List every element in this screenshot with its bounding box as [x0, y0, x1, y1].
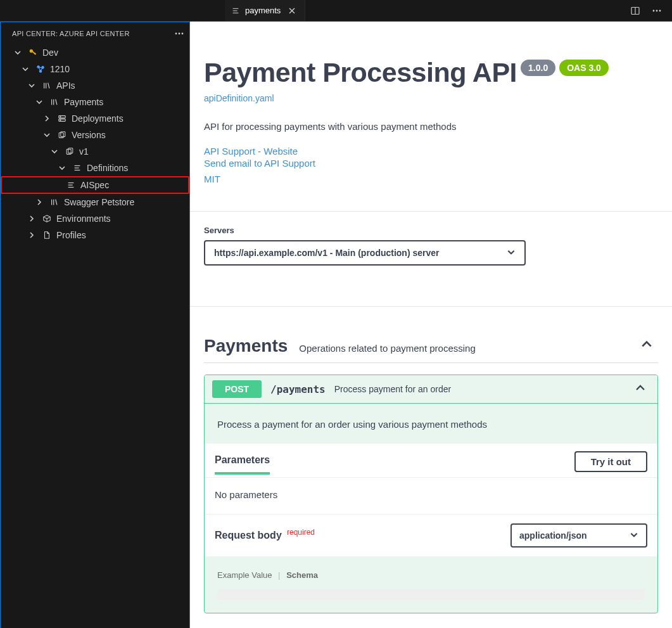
no-parameters-text: No parameters	[205, 477, 657, 514]
chevron-up-icon	[635, 382, 650, 397]
server-selected-value: https://api.example.com/v1 - Main (produ…	[214, 248, 440, 258]
tabbar-spacer	[0, 0, 225, 21]
server-icon	[56, 113, 68, 124]
svg-line-20	[41, 68, 42, 71]
http-method-badge: POST	[212, 380, 262, 398]
tabbar-actions	[625, 0, 672, 21]
svg-rect-34	[67, 150, 71, 155]
operation-summary-text: Process payment for an order	[334, 384, 451, 394]
versions-icon	[64, 146, 75, 157]
tree-label: Payments	[64, 94, 103, 110]
chevron-right-icon	[41, 113, 53, 124]
svg-point-30	[60, 117, 61, 117]
panel-header[interactable]: API CENTER: AZURE API CENTER	[1, 22, 189, 44]
info-links: API Support - Website Send email to API …	[204, 146, 658, 184]
list-icon	[65, 179, 77, 191]
parameters-bar: Parameters Try it out	[205, 444, 657, 477]
chevron-right-icon	[34, 196, 45, 208]
svg-line-24	[48, 83, 49, 89]
example-value-tab[interactable]: Example Value	[217, 570, 272, 580]
tree-label: Deployments	[72, 110, 124, 127]
chevron-down-icon	[49, 146, 60, 157]
svg-line-47	[47, 217, 50, 219]
operation-path: /payments	[270, 383, 326, 395]
svg-rect-33	[61, 132, 65, 137]
chevron-down-icon	[630, 530, 638, 541]
svg-rect-35	[68, 148, 73, 153]
tab-payments[interactable]: payments	[225, 0, 305, 21]
tag-description: Operations related to payment processing	[299, 343, 476, 354]
chevron-down-icon	[507, 248, 516, 259]
tree-item-dev[interactable]: Dev	[1, 44, 189, 61]
schema-tab[interactable]: Schema	[286, 570, 318, 580]
package-icon	[41, 213, 53, 224]
email-link[interactable]: Send email to API Support	[204, 158, 315, 169]
tree-label: AISpec	[80, 177, 109, 193]
request-body-title: Request body	[215, 530, 282, 541]
sidebar: API CENTER: AZURE API CENTER Dev	[0, 22, 190, 628]
tree-label: Profiles	[56, 227, 86, 243]
close-icon[interactable]	[286, 7, 298, 15]
tree-item-v1[interactable]: v1	[1, 143, 189, 160]
more-actions-icon[interactable]	[647, 2, 667, 20]
operation-card: POST /payments Process payment for an or…	[204, 375, 658, 613]
divider: |	[274, 570, 284, 580]
chevron-down-icon	[20, 63, 31, 75]
divider	[190, 306, 672, 307]
library-icon	[41, 80, 53, 91]
tree-item-profiles[interactable]: Profiles	[1, 227, 189, 243]
tree-item-environments[interactable]: Environments	[1, 210, 189, 227]
editor-pane[interactable]: Payment Processing API 1.0.0 OAS 3.0 api…	[190, 22, 672, 628]
servers-label: Servers	[204, 226, 658, 235]
split-editor-icon[interactable]	[625, 2, 645, 20]
tree-item-apis[interactable]: APIs	[1, 77, 189, 94]
tree-item-payments[interactable]: Payments	[1, 94, 189, 110]
svg-line-46	[44, 217, 47, 219]
svg-point-12	[182, 32, 184, 34]
editor-tab-bar: payments	[0, 0, 672, 22]
schema-tabs: Example Value | Schema	[217, 556, 645, 589]
list-icon	[231, 6, 240, 15]
tag-header[interactable]: Payments Operations related to payment p…	[204, 336, 658, 363]
library-icon	[49, 196, 60, 208]
tree-label: Definitions	[87, 160, 128, 176]
server-select[interactable]: https://api.example.com/v1 - Main (produ…	[204, 240, 526, 266]
try-it-out-button[interactable]: Try it out	[574, 451, 647, 472]
tree-item-definitions[interactable]: Definitions	[1, 160, 189, 176]
support-link[interactable]: API Support - Website	[204, 146, 298, 157]
svg-point-10	[175, 32, 177, 34]
svg-line-44	[56, 200, 57, 205]
svg-point-8	[656, 10, 658, 11]
chevron-down-icon	[56, 162, 68, 174]
content-type-select[interactable]: application/json	[510, 523, 647, 548]
list-icon	[72, 162, 83, 174]
swagger-doc: Payment Processing API 1.0.0 OAS 3.0 api…	[190, 22, 672, 628]
operation-body: Process a payment for an order using var…	[205, 404, 657, 600]
request-body-bar: Request body required application/json	[205, 514, 657, 556]
tree-item-swagger-petstore[interactable]: Swagger Petstore	[1, 194, 189, 210]
tree-label: Swagger Petstore	[64, 194, 134, 210]
svg-line-21	[39, 68, 40, 70]
operation-long-description: Process a payment for an order using var…	[217, 419, 645, 430]
panel-more-icon[interactable]	[174, 32, 184, 35]
file-icon	[41, 229, 53, 241]
tree-label: Dev	[42, 44, 58, 61]
tree-item-deployments[interactable]: Deployments	[1, 110, 189, 127]
sidebar-tree: Dev 1210	[1, 44, 189, 243]
tree-item-versions[interactable]: Versions	[1, 127, 189, 143]
library-icon	[49, 96, 60, 108]
chevron-up-icon	[640, 338, 658, 354]
example-model-box	[217, 589, 645, 600]
tree-item-aispec[interactable]: AISpec	[1, 176, 189, 194]
api-description: API for processing payments with various…	[204, 121, 658, 132]
tab-title: payments	[245, 6, 281, 15]
tree-item-workspace[interactable]: 1210	[1, 61, 189, 77]
svg-rect-29	[59, 119, 66, 122]
svg-point-7	[653, 10, 655, 11]
chevron-right-icon	[26, 213, 37, 224]
license-link[interactable]: MIT	[204, 174, 220, 184]
chevron-down-icon	[12, 47, 23, 58]
operation-summary[interactable]: POST /payments Process payment for an or…	[205, 375, 657, 404]
file-link[interactable]: apiDefinition.yaml	[204, 93, 658, 103]
content-type-value: application/json	[519, 530, 587, 541]
